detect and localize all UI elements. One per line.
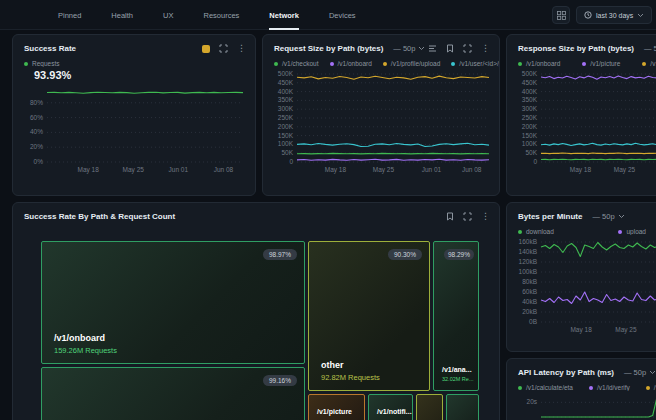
request-size-chart[interactable]: 050K100K150K200K250K300K350K400K450K500K…	[271, 69, 493, 175]
svg-text:May 18: May 18	[570, 166, 592, 174]
treemap-box-picture[interactable]: /v1/picture	[308, 394, 365, 420]
expand-icon[interactable]	[463, 44, 472, 53]
legend-dot	[582, 62, 586, 66]
legend-item[interactable]: upload	[618, 228, 646, 235]
svg-text:160kB: 160kB	[519, 238, 537, 245]
svg-text:400K: 400K	[522, 88, 538, 95]
svg-text:May 18: May 18	[77, 166, 99, 174]
time-range-selector[interactable]: last 30 days	[576, 6, 652, 24]
top-navbar: Pinned Health UX Resources Network Devic…	[0, 0, 656, 30]
legend-item[interactable]: /v1/user/<id>/profile	[451, 60, 499, 67]
legend-dot	[518, 386, 522, 390]
percentile-dropdown[interactable]: — 50p	[592, 212, 624, 221]
treemap-box-label: other	[321, 360, 344, 370]
percentile-dropdown[interactable]: — 50p	[393, 44, 425, 53]
legend-dot	[618, 230, 622, 234]
svg-text:350K: 350K	[522, 96, 538, 103]
success-badge: 90.30%	[388, 249, 422, 260]
legend-item[interactable]: /v1/onboard	[518, 60, 560, 67]
svg-text:20%: 20%	[30, 143, 43, 150]
svg-text:500K: 500K	[278, 70, 294, 77]
legend-item[interactable]: /v1/profile/upload	[383, 60, 441, 67]
api-latency-chart[interactable]: 20s	[515, 393, 656, 419]
treemap-box[interactable]: 99.16%	[41, 367, 305, 420]
panel-title: Bytes per Minute	[518, 212, 582, 221]
success-rate-chart[interactable]: 0%20%40%60%80%May 18May 25Jun 01Jun 08	[21, 83, 247, 175]
legend-item[interactable]: /v1/id/verify	[589, 384, 630, 391]
chart-options-icon[interactable]	[428, 44, 437, 53]
tab-ux[interactable]: UX	[163, 0, 173, 30]
legend-item[interactable]: /v1/onbo	[646, 384, 656, 391]
treemap-box-notifications[interactable]: /v1/notifi...	[368, 394, 413, 420]
panel-title: Request Size by Path (bytes)	[274, 44, 383, 53]
treemap-box-other[interactable]: 90.30% other 92.82M Requests	[308, 241, 430, 391]
expand-icon[interactable]	[219, 44, 228, 53]
nav-tabs: Pinned Health UX Resources Network Devic…	[58, 0, 356, 30]
legend-dot	[589, 386, 593, 390]
percentile-dropdown[interactable]: — 50p	[624, 368, 656, 377]
treemap-box-requests: 159.26M Requests	[54, 346, 117, 355]
pinned-indicator-icon[interactable]	[202, 45, 210, 53]
percentile-dropdown[interactable]: — 50p	[644, 44, 656, 53]
path-success-treemap-panel: Success Rate By Path & Request Count ⋮ 9…	[12, 202, 500, 420]
svg-text:150K: 150K	[522, 132, 538, 139]
pin-icon[interactable]	[446, 212, 454, 221]
success-badge: 98.97%	[263, 249, 297, 260]
svg-text:0: 0	[289, 158, 293, 165]
svg-text:140kB: 140kB	[519, 248, 537, 255]
svg-text:Jun 01: Jun 01	[422, 166, 442, 173]
legend-label: /v1/id/verify	[597, 384, 630, 391]
legend-item[interactable]: download	[518, 228, 554, 235]
chevron-down-icon	[637, 13, 644, 18]
clock-icon	[584, 11, 592, 19]
tab-health[interactable]: Health	[111, 0, 133, 30]
tab-network[interactable]: Network	[269, 0, 299, 30]
tab-resources[interactable]: Resources	[203, 0, 239, 30]
apps-grid-button[interactable]	[552, 6, 570, 24]
kebab-menu-icon[interactable]: ⋮	[481, 212, 490, 221]
success-badge: 98.29%	[444, 249, 474, 260]
legend-item[interactable]: Requests	[24, 60, 59, 67]
panel-title: Response Size by Path (bytes)	[518, 44, 634, 53]
response-size-panel: Response Size by Path (bytes) — 50p /v1/…	[506, 34, 656, 196]
tab-pinned[interactable]: Pinned	[58, 0, 81, 30]
bytes-per-minute-chart[interactable]: 0B20kB40kB60kB80kB100kB120kB140kB160kBMa…	[515, 237, 656, 335]
treemap-box[interactable]	[416, 394, 443, 420]
pin-icon[interactable]	[446, 44, 454, 53]
legend-item[interactable]: /v1/checkout	[274, 60, 319, 67]
legend-item[interactable]: /v1/calculate/eta	[518, 384, 573, 391]
legend-item[interactable]: /v1/picture	[582, 60, 620, 67]
svg-text:350K: 350K	[278, 96, 294, 103]
svg-text:May 25: May 25	[123, 166, 145, 174]
treemap-box-label: /v1/picture	[317, 408, 352, 415]
legend-item[interactable]: /v1/profi	[642, 60, 656, 67]
legend-label: Requests	[32, 60, 59, 67]
legend-label: /v1/checkout	[282, 60, 319, 67]
svg-text:60%: 60%	[30, 114, 43, 121]
legend-label: /v1/profile/upload	[391, 60, 441, 67]
svg-text:May 25: May 25	[614, 166, 636, 174]
svg-text:0B: 0B	[529, 318, 537, 325]
kebab-menu-icon[interactable]: ⋮	[237, 44, 246, 53]
api-latency-panel: API Latency by Path (ms) — 50p /v1/calcu…	[506, 358, 656, 420]
percentile-value: — 50p	[644, 44, 656, 53]
percentile-value: — 50p	[624, 368, 646, 377]
expand-icon[interactable]	[463, 212, 472, 221]
kebab-menu-icon[interactable]: ⋮	[481, 44, 490, 53]
response-size-chart[interactable]: 050K100K150K200K250K300K350K400K450K500K…	[515, 69, 656, 175]
panel-title: Success Rate	[24, 44, 76, 53]
treemap-box-analytics[interactable]: 98.29% /v1/ana... 32.02M Re...	[433, 241, 479, 391]
tab-devices[interactable]: Devices	[329, 0, 356, 30]
treemap-box[interactable]	[446, 394, 479, 420]
panel-title: API Latency by Path (ms)	[518, 368, 614, 377]
legend-dot	[383, 62, 387, 66]
legend-item[interactable]: /v1/onboard	[330, 60, 372, 67]
treemap-box-label: /v1/onboard	[54, 333, 105, 343]
legend-label: /v1/user/<id>/profile	[459, 60, 499, 67]
svg-text:Jun 08: Jun 08	[462, 166, 482, 173]
svg-text:300K: 300K	[278, 105, 294, 112]
svg-text:May 18: May 18	[570, 326, 592, 334]
svg-text:May 25: May 25	[373, 166, 395, 174]
treemap-box-onboard[interactable]: 98.97% /v1/onboard 159.26M Requests	[41, 241, 305, 364]
svg-text:400K: 400K	[278, 88, 294, 95]
